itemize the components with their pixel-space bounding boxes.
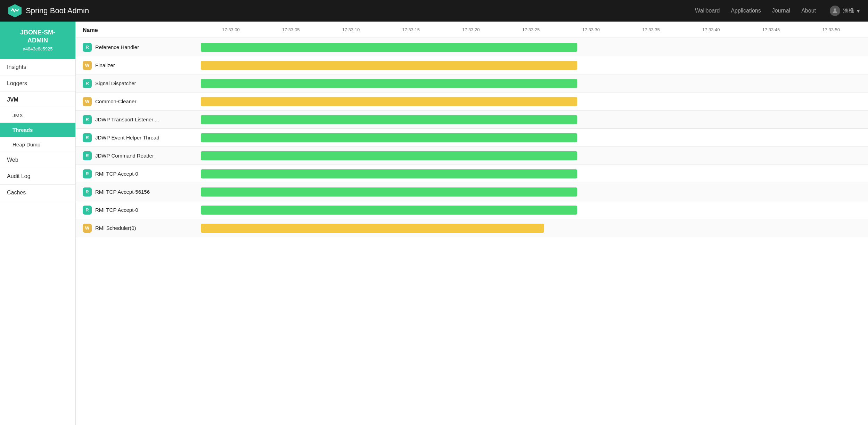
thread-badge-r: R (83, 115, 92, 124)
thread-label: JDWP Transport Listener:... (95, 117, 159, 122)
sidebar-section-jvm: JVM (0, 92, 75, 108)
thread-name-cell: R JDWP Command Reader (83, 151, 201, 160)
sidebar-item-loggers[interactable]: Loggers (0, 75, 75, 92)
thread-bar-container (201, 114, 861, 125)
nav-journal[interactable]: Journal (772, 8, 790, 14)
table-row: R JDWP Event Helper Thread (76, 129, 868, 147)
avatar (830, 6, 840, 16)
sidebar-app-header: JBONE-SM-ADMIN a4843e8c5925 (0, 22, 75, 59)
tick-6: 17:33:30 (561, 27, 621, 33)
sidebar-item-threads[interactable]: Threads (0, 123, 75, 137)
table-row: R Signal Dispatcher (76, 74, 868, 93)
app-title: Spring Boot Admin (26, 6, 89, 15)
thread-bar (201, 224, 544, 233)
sidebar-item-audit-log[interactable]: Audit Log (0, 168, 75, 185)
thread-label: RMI TCP Accept-56156 (95, 189, 150, 195)
thread-bar (201, 43, 577, 52)
nav-applications[interactable]: Applications (731, 8, 761, 14)
thread-bar (201, 206, 577, 215)
thread-bar (201, 79, 577, 88)
thread-bar (201, 151, 577, 160)
thread-badge-r: R (83, 206, 92, 215)
table-row: R JDWP Command Reader (76, 147, 868, 165)
thread-bar-container (201, 150, 861, 161)
tick-5: 17:33:25 (501, 27, 561, 33)
thread-name-cell: R RMI TCP Accept-0 (83, 206, 201, 215)
thread-name-cell: R RMI TCP Accept-0 (83, 169, 201, 178)
thread-label: Signal Dispatcher (95, 80, 136, 86)
main-layout: JBONE-SM-ADMIN a4843e8c5925 Insights Log… (0, 22, 868, 425)
name-column-header: Name (83, 27, 201, 33)
nav-about[interactable]: About (801, 8, 816, 14)
thread-bar (201, 169, 577, 178)
username: 渔樵 (843, 7, 854, 15)
logo-area: Spring Boot Admin (8, 4, 689, 17)
thread-bar-container (201, 132, 861, 143)
thread-badge-r: R (83, 43, 92, 52)
tick-9: 17:33:45 (741, 27, 801, 33)
thread-name-cell: W Common-Cleaner (83, 97, 201, 106)
thread-bar (201, 61, 577, 70)
table-row: W RMI Scheduler(0) (76, 219, 868, 237)
thread-name-cell: W Finalizer (83, 61, 201, 70)
logo-icon (8, 4, 22, 17)
thread-badge-r: R (83, 169, 92, 178)
thread-bar (201, 133, 577, 142)
thread-badge-r: R (83, 187, 92, 197)
thread-label: JDWP Command Reader (95, 153, 154, 159)
threads-table: Name 17:33:00 17:33:05 17:33:10 17:33:15… (76, 22, 868, 237)
thread-bar (201, 115, 577, 124)
table-row: W Finalizer (76, 56, 868, 74)
thread-badge-w: W (83, 97, 92, 106)
tick-10: 17:33:50 (801, 27, 861, 33)
thread-name-cell: R JDWP Event Helper Thread (83, 133, 201, 142)
thread-bar-container (201, 205, 861, 216)
thread-label: RMI Scheduler(0) (95, 225, 136, 231)
tick-8: 17:33:40 (681, 27, 741, 33)
sidebar-item-web[interactable]: Web (0, 152, 75, 168)
sidebar-item-jmx[interactable]: JMX (0, 108, 75, 123)
thread-bar-container (201, 186, 861, 198)
table-row: R Reference Handler (76, 38, 868, 56)
thread-name-cell: W RMI Scheduler(0) (83, 224, 201, 233)
nav-wallboard[interactable]: Wallboard (695, 8, 720, 14)
thread-bar-container (201, 96, 861, 107)
thread-label: Reference Handler (95, 44, 139, 50)
top-navbar: Spring Boot Admin Wallboard Applications… (0, 0, 868, 22)
nav-links: Wallboard Applications Journal About (695, 8, 816, 14)
table-row: R RMI TCP Accept-56156 (76, 183, 868, 201)
thread-label: Common-Cleaner (95, 98, 136, 104)
thread-badge-r: R (83, 151, 92, 160)
table-row: R RMI TCP Accept-0 (76, 165, 868, 183)
main-content: Name 17:33:00 17:33:05 17:33:10 17:33:15… (76, 22, 868, 425)
user-dropdown-icon[interactable]: ▾ (857, 8, 860, 14)
sidebar-item-insights[interactable]: Insights (0, 59, 75, 75)
tick-0: 17:33:00 (201, 27, 261, 33)
thread-name-cell: R Reference Handler (83, 43, 201, 52)
thread-badge-w: W (83, 61, 92, 70)
threads-table-header: Name 17:33:00 17:33:05 17:33:10 17:33:15… (76, 22, 868, 38)
timeline-header: 17:33:00 17:33:05 17:33:10 17:33:15 17:3… (201, 27, 861, 33)
thread-bar (201, 187, 577, 197)
thread-bar-container (201, 168, 861, 179)
tick-7: 17:33:35 (621, 27, 681, 33)
thread-bar-container (201, 78, 861, 89)
sidebar-app-id: a4843e8c5925 (4, 46, 71, 52)
user-menu[interactable]: 渔樵 ▾ (830, 6, 860, 16)
table-row: W Common-Cleaner (76, 93, 868, 111)
tick-1: 17:33:05 (261, 27, 321, 33)
sidebar-item-caches[interactable]: Caches (0, 185, 75, 201)
thread-label: RMI TCP Accept-0 (95, 207, 138, 213)
thread-bar-container (201, 60, 861, 71)
tick-2: 17:33:10 (321, 27, 381, 33)
thread-name-cell: R RMI TCP Accept-56156 (83, 187, 201, 197)
thread-name-cell: R Signal Dispatcher (83, 79, 201, 88)
thread-label: RMI TCP Accept-0 (95, 171, 138, 177)
sidebar-item-heap-dump[interactable]: Heap Dump (0, 137, 75, 152)
thread-label: JDWP Event Helper Thread (95, 135, 159, 141)
table-row: R JDWP Transport Listener:... (76, 111, 868, 129)
table-row: R RMI TCP Accept-0 (76, 201, 868, 219)
sidebar: JBONE-SM-ADMIN a4843e8c5925 Insights Log… (0, 22, 76, 425)
svg-point-0 (834, 8, 836, 11)
thread-name-cell: R JDWP Transport Listener:... (83, 115, 201, 124)
